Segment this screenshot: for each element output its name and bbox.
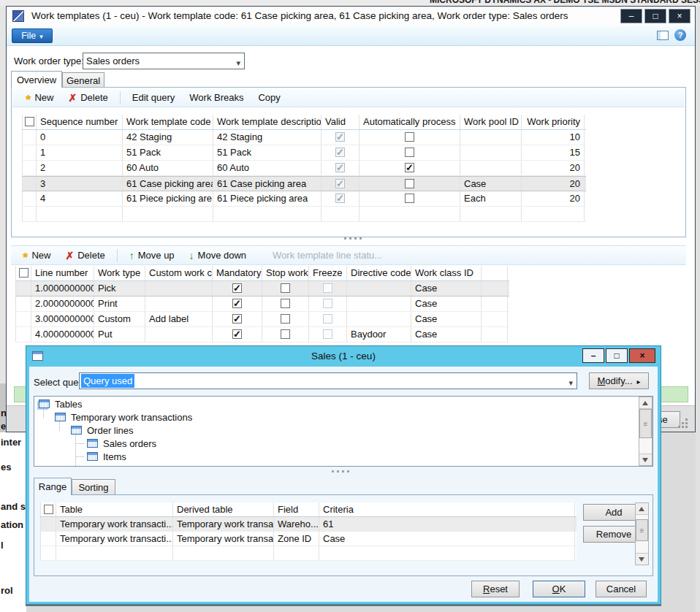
column-header[interactable]: Work type — [94, 266, 145, 280]
row-selector[interactable] — [15, 281, 31, 296]
table-row[interactable]: 1 51 Pack 51 Pack 15 — [22, 145, 586, 161]
scroll-down-button[interactable] — [636, 553, 648, 565]
cell-custom[interactable] — [145, 281, 213, 296]
copy-button[interactable]: Copy — [251, 89, 287, 107]
cell-pool[interactable] — [460, 130, 522, 145]
new-line-button[interactable]: *New — [15, 247, 58, 264]
table-row[interactable]: 0 42 Staging 42 Staging 10 — [22, 130, 586, 145]
scroll-up-button[interactable] — [639, 397, 652, 409]
column-header[interactable]: Stop work — [262, 266, 309, 280]
column-header[interactable]: Derived table — [173, 502, 274, 516]
cell-worktype[interactable]: Pick — [94, 281, 145, 296]
cell-code[interactable]: 51 Pack — [123, 145, 213, 160]
cell-priority[interactable]: 10 — [522, 130, 585, 145]
cell-mandatory[interactable] — [213, 297, 262, 311]
cell-class[interactable]: Case — [411, 327, 482, 342]
table-row-selected[interactable]: 3 61 Case picking area 61 Case picking a… — [22, 176, 586, 191]
cell-auto[interactable] — [359, 161, 460, 175]
row-selector[interactable] — [15, 312, 31, 326]
cell-criteria[interactable]: Case — [319, 532, 575, 546]
column-header[interactable]: Freeze — [309, 266, 347, 280]
column-header[interactable]: Work class ID — [411, 266, 482, 280]
column-header[interactable]: Work template description — [213, 115, 322, 129]
checkbox[interactable] — [281, 283, 290, 293]
row-selector[interactable] — [40, 517, 56, 531]
column-header[interactable]: Mandatory — [213, 266, 262, 280]
cell-criteria[interactable]: 61 — [319, 517, 575, 531]
cell-auto[interactable] — [359, 130, 460, 145]
dialog-titlebar[interactable]: Sales (1 - ceu) — [26, 346, 661, 367]
cell-directive[interactable]: Baydoor — [347, 327, 411, 342]
cell-sequence[interactable]: 4 — [37, 191, 123, 206]
cell-priority[interactable]: 15 — [522, 145, 585, 160]
cell-table[interactable]: Temporary work transacti... — [56, 517, 173, 531]
cell-desc[interactable]: 51 Pack — [213, 145, 322, 160]
table-row-selected[interactable]: 1.0000000000 Pick Case — [15, 281, 509, 297]
column-header[interactable]: Directive code — [347, 266, 411, 280]
splitter-handle[interactable] — [344, 237, 362, 240]
scroll-thumb[interactable]: ≡ — [639, 409, 652, 438]
select-all-checkbox[interactable] — [22, 115, 37, 129]
cell-custom[interactable]: Add label — [145, 312, 213, 326]
window-titlebar[interactable]: Work templates (1 - ceu) - Work template… — [7, 7, 695, 26]
cell-pool[interactable] — [460, 161, 522, 175]
cell-sequence[interactable]: 3 — [37, 177, 123, 191]
cell-class[interactable]: Case — [411, 281, 482, 296]
cell-priority[interactable]: 20 — [522, 191, 585, 206]
cell-mandatory[interactable] — [213, 327, 262, 342]
cell-directive[interactable] — [347, 281, 411, 296]
cell-code[interactable]: 61 Case picking area — [123, 177, 213, 191]
cell-mandatory[interactable] — [213, 281, 262, 296]
checkbox[interactable] — [405, 132, 414, 142]
close-button[interactable]: × — [669, 9, 691, 23]
select-query-combobox[interactable]: Query used ▾ — [79, 372, 577, 389]
work-order-type-select[interactable]: Sales orders ▾ — [83, 53, 245, 69]
column-header[interactable]: Line number — [31, 266, 94, 280]
table-row-selected[interactable]: Temporary work transacti... Temporary wo… — [40, 517, 577, 532]
checkbox[interactable] — [232, 299, 242, 308]
cell-derived[interactable]: Temporary work transacti... — [173, 517, 274, 531]
column-header[interactable]: Work pool ID — [460, 115, 522, 129]
cell-stopwork[interactable] — [262, 281, 309, 296]
cell-derived[interactable]: Temporary work transacti... — [173, 532, 274, 546]
row-selector[interactable] — [22, 130, 37, 145]
cell-class[interactable]: Case — [411, 312, 482, 326]
edit-query-button[interactable]: Edit query — [125, 89, 183, 107]
column-header[interactable]: Work priority — [522, 115, 585, 129]
cell-line[interactable]: 2.0000000000 — [31, 297, 94, 311]
cell-line[interactable]: 1.0000000000 — [31, 281, 94, 296]
scroll-thumb[interactable]: ≡ — [636, 519, 648, 541]
cell-desc[interactable]: 61 Case picking area — [213, 177, 322, 191]
layout-pane-icon[interactable] — [657, 31, 669, 40]
column-header[interactable]: Valid — [322, 115, 359, 129]
cell-mandatory[interactable] — [213, 312, 262, 326]
minimize-button[interactable]: – — [620, 9, 642, 23]
tab-sorting[interactable]: Sorting — [72, 479, 115, 495]
cell-sequence[interactable]: 1 — [37, 145, 123, 160]
cell-auto[interactable] — [359, 145, 460, 160]
table-row[interactable]: 3.0000000000 Custom Add label Case — [15, 312, 509, 327]
row-selector[interactable] — [15, 297, 31, 311]
select-all-checkbox[interactable] — [15, 266, 31, 280]
cell-directive[interactable] — [347, 312, 411, 326]
dialog-maximize-button[interactable]: □ — [606, 348, 628, 363]
cell-field[interactable]: Zone ID — [274, 532, 319, 546]
cell-desc[interactable]: 60 Auto — [213, 161, 322, 175]
maximize-button[interactable]: □ — [644, 9, 666, 23]
checkbox[interactable] — [281, 329, 290, 339]
cell-sequence[interactable]: 2 — [37, 161, 123, 175]
checkbox[interactable] — [44, 505, 53, 514]
cell-code[interactable]: 61 Piece picking are — [123, 191, 213, 206]
cell-table[interactable]: Temporary work transacti... — [56, 532, 173, 546]
reset-button[interactable]: Reset — [471, 581, 520, 597]
cell-desc[interactable]: 61 Piece picking area — [213, 191, 322, 206]
move-up-button[interactable]: ↑Move up — [122, 247, 182, 264]
new-button[interactable]: *New — [18, 89, 61, 107]
cell-priority[interactable]: 20 — [522, 177, 585, 191]
cell-auto[interactable] — [359, 191, 460, 206]
cell-stopwork[interactable] — [262, 312, 309, 326]
work-breaks-button[interactable]: Work Breaks — [182, 89, 251, 107]
checkbox[interactable] — [405, 163, 414, 172]
column-header[interactable]: Custom work code — [145, 266, 213, 280]
cell-pool[interactable]: Each — [460, 191, 522, 206]
